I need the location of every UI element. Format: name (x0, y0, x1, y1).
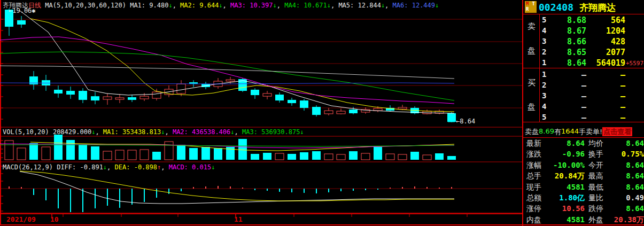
level-number: 4 (542, 102, 546, 111)
volume-header: VOL(5,10,20) 208429.000↓, MA1: 353438.81… (3, 128, 304, 136)
stock-code: 002408 (539, 2, 573, 13)
last-price-label: ←8.64 (456, 118, 475, 125)
text-part: DEA: -0.898 (115, 163, 157, 171)
text-part: 手卖单! (579, 128, 602, 136)
text-part: , (161, 163, 168, 171)
icon-letter-t: T (532, 2, 535, 6)
stat-label: 换手 (588, 150, 603, 159)
stat-value: -10.00% (544, 161, 585, 169)
stat-label: 涨跌 (526, 150, 541, 159)
level-number: 1 (542, 58, 546, 67)
stock-app-window: 齐翔腾达日线 MA(5,10,20,30,60,120) MA1: 9.480↓… (0, 0, 644, 226)
stat-label: 量比 (588, 193, 603, 203)
buy-level-row[interactable]: 3—— (523, 91, 644, 102)
stat-label: 总手 (526, 172, 541, 181)
stat-row: 最新8.64均价8.64 (523, 139, 644, 150)
divider (523, 122, 644, 122)
text-part: ↓ (273, 2, 277, 9)
level-volume: — (586, 113, 625, 122)
quote-panel: M T R 002408 齐翔腾达 卖 盘 买 盘 58.6856448.671… (522, 0, 644, 226)
sell-level-row[interactable]: 28.652077 (523, 48, 644, 58)
stock-name: 齐翔腾达 (579, 2, 616, 14)
level-volume: — (586, 81, 625, 90)
stat-label: 内盘 (526, 215, 541, 225)
text-part: , (385, 2, 392, 9)
text-part: ↓ (327, 2, 331, 9)
sell-level-row[interactable]: 38.66428 (523, 37, 644, 48)
text-part: ↓ (300, 128, 304, 136)
level-volume-delta: +559749 (626, 60, 644, 67)
sell-level-row[interactable]: 48.671204 (523, 26, 644, 37)
level-number: 3 (542, 91, 546, 100)
level-volume: 428 (586, 37, 625, 46)
level-price: — (551, 102, 586, 112)
text-part: 有 (554, 128, 561, 136)
stat-label: 今开 (588, 161, 603, 170)
text-part: , (277, 2, 284, 9)
level-price: 8.66 (551, 37, 586, 46)
divider (523, 68, 644, 68)
text-part: MA1: 9.480 (130, 2, 168, 9)
level-price: 8.67 (551, 26, 586, 36)
stat-label: 最低 (588, 183, 603, 192)
level-price: 8.65 (551, 48, 586, 57)
text-part: , (223, 2, 230, 9)
level-number: 4 (542, 26, 546, 35)
text-part: , (235, 128, 242, 136)
date-label: 2021/09 (6, 215, 36, 223)
level-number: 5 (542, 15, 546, 24)
text-part: MA2: 9.644 (180, 2, 219, 9)
buy-level-row[interactable]: 1—— (523, 70, 644, 81)
text-part: , (165, 128, 172, 136)
stat-row: 总手20.84万最高8.64 (523, 172, 644, 182)
level-volume: — (586, 91, 625, 101)
sell-order-alert: 卖盘8.69有1644手卖单!点击查看 (525, 127, 644, 137)
text-part: MACD: 0.015 (169, 163, 211, 171)
level-price: 8.64 (551, 58, 586, 68)
stat-label: 外盘 (588, 215, 603, 225)
view-sell-orders-button[interactable]: 点击查看 (602, 127, 632, 136)
level-volume: — (586, 70, 625, 80)
mtr-market-icon[interactable]: M T R (525, 1, 537, 13)
stat-value: 0.49 (602, 193, 644, 202)
stat-label: 均价 (588, 139, 603, 149)
stat-value: 20.84万 (544, 172, 585, 181)
stat-value: 8.64 (602, 204, 644, 213)
stat-value: 8.64 (602, 183, 644, 191)
level-price: 8.68 (551, 15, 586, 25)
level-volume: 564019 (586, 58, 625, 68)
text-part: MA5: 12.844 (338, 2, 381, 9)
text-part: DIFF: -0.891 (57, 163, 103, 171)
text-part: ↓ (211, 163, 215, 171)
stat-value: 20.38万 (602, 215, 644, 225)
main-chart-ma-header: 齐翔腾达日线 MA(5,10,20,30,60,120) MA1: 9.480↓… (3, 1, 439, 10)
stat-label: 涨停 (526, 204, 541, 214)
text-part: , (95, 128, 103, 136)
sell-level-row[interactable]: 18.64564019+559749 (523, 58, 644, 69)
text-part: 8.69 (539, 127, 554, 135)
icon-letter-r: R (526, 7, 529, 11)
stat-label: 现手 (526, 183, 541, 192)
stat-row: 总额1.80亿量比0.49 (523, 193, 644, 204)
text-part: ↓ (103, 163, 107, 171)
text-part: , (331, 2, 338, 9)
candlestick-chart[interactable] (0, 0, 523, 226)
buy-level-row[interactable]: 4—— (523, 102, 644, 113)
level-volume: — (586, 102, 625, 112)
text-part: ↓ (168, 2, 172, 9)
text-part: , (107, 163, 114, 171)
level-volume: 564 (586, 15, 625, 25)
stat-row: 涨幅-10.00%今开8.64 (523, 161, 644, 172)
sell-level-row[interactable]: 58.68564 (523, 15, 644, 26)
stat-row: 涨跌-0.96换手0.75% (523, 150, 644, 160)
buy-level-row[interactable]: 2—— (523, 81, 644, 91)
text-part: MA1: 353438.813 (103, 128, 161, 136)
text-part: MA4: 10.671 (284, 2, 327, 9)
stat-value: 1.80亿 (544, 193, 585, 203)
text-part: 208429.000 (53, 128, 91, 136)
stat-value: 8.64 (544, 139, 585, 147)
text-part: ↓ (230, 128, 234, 136)
text-part: ↓ (219, 2, 222, 9)
text-part: MA(5,10,20,30,60,120) (41, 2, 130, 9)
level-volume: 2077 (586, 48, 625, 57)
